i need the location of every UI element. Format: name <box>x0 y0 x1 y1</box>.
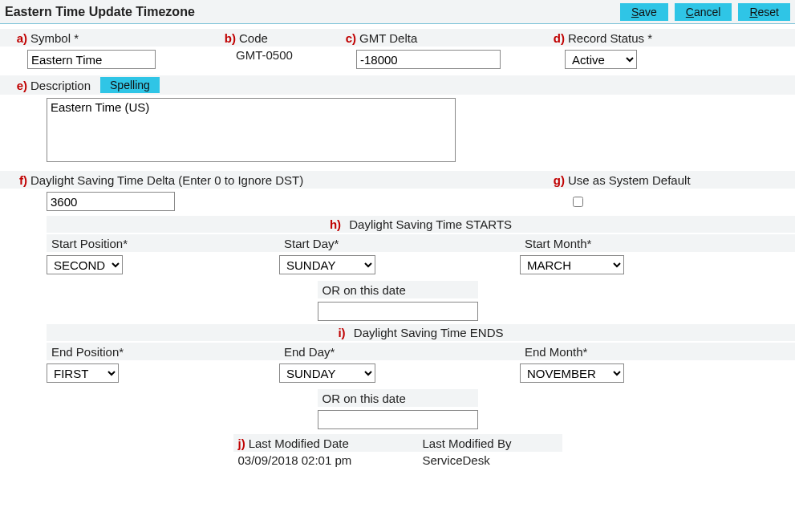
description-textarea[interactable] <box>47 98 456 162</box>
start-or-date-input[interactable] <box>318 302 478 321</box>
recordstatus-select[interactable]: Active <box>565 50 637 69</box>
dst-starts-header: h) Daylight Saving Time STARTS <box>47 216 795 233</box>
end-or-date-label: OR on this date <box>318 389 478 407</box>
end-position-label: End Position <box>47 343 279 360</box>
reset-button[interactable]: Reset <box>738 3 790 21</box>
recordstatus-label: d) Record Status <box>537 29 795 47</box>
last-mod-by-value: ServiceDesk <box>418 452 562 469</box>
end-month-select[interactable]: NOVEMBER <box>520 363 624 383</box>
form-area: a) Symbol b) Code GMT-0500 c) GMT Delta <box>0 24 795 477</box>
sysdefault-label: g) Use as System Default <box>537 171 795 189</box>
symbol-input[interactable] <box>27 50 156 69</box>
spelling-button[interactable]: Spelling <box>100 77 160 93</box>
code-value: GMT-0500 <box>209 47 329 63</box>
symbol-label: a) Symbol <box>0 29 209 47</box>
marker-b: b) <box>213 31 236 45</box>
end-month-label: End Month <box>520 343 795 360</box>
titlebar: Eastern Time Update Timezone Save Cancel… <box>0 0 795 24</box>
start-month-label: Start Month <box>520 234 795 252</box>
last-mod-date-label: j) Last Modified Date <box>233 434 418 452</box>
marker-i: i) <box>338 326 345 339</box>
marker-g: g) <box>542 173 565 187</box>
cancel-button[interactable]: Cancel <box>675 3 732 21</box>
last-mod-by-label: Last Modified By <box>418 434 562 452</box>
end-position-select[interactable]: FIRST <box>47 363 119 383</box>
last-mod-date-value: 03/09/2018 02:01 pm <box>233 452 418 469</box>
sysdefault-checkbox[interactable] <box>573 197 583 207</box>
code-label: b) Code <box>209 29 329 47</box>
start-day-label: Start Day <box>279 234 520 252</box>
marker-f: f) <box>5 173 27 187</box>
description-label: e) Description Spelling <box>0 75 795 95</box>
marker-h: h) <box>330 217 341 231</box>
dst-ends-header: i) Daylight Saving Time ENDS <box>47 324 795 341</box>
dstdelta-label: f) Daylight Saving Time Delta (Enter 0 t… <box>0 171 537 189</box>
start-day-select[interactable]: SUNDAY <box>279 255 375 274</box>
start-or-date-label: OR on this date <box>318 281 478 298</box>
marker-e: e) <box>5 79 27 92</box>
marker-d: d) <box>542 31 565 45</box>
save-button[interactable]: Save <box>620 3 668 21</box>
start-position-label: Start Position <box>47 234 279 252</box>
end-or-date-input[interactable] <box>318 410 478 429</box>
end-day-label: End Day <box>279 343 520 360</box>
end-day-select[interactable]: SUNDAY <box>279 363 375 383</box>
start-month-select[interactable]: MARCH <box>520 255 624 274</box>
marker-c: c) <box>334 31 356 45</box>
marker-j: j) <box>238 437 245 450</box>
gmtdelta-label: c) GMT Delta <box>329 29 537 47</box>
marker-a: a) <box>5 31 27 45</box>
start-position-select[interactable]: SECOND <box>47 255 123 274</box>
gmtdelta-input[interactable] <box>356 50 501 69</box>
dstdelta-input[interactable] <box>47 192 175 211</box>
page-title: Eastern Time Update Timezone <box>5 5 195 19</box>
